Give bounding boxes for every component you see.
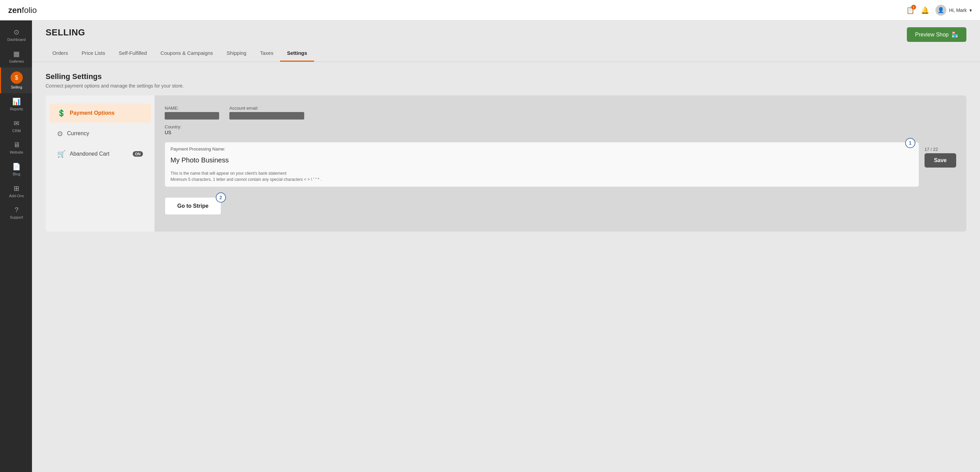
user-menu[interactable]: 👤 Hi, Mark ▾ [935,5,972,16]
website-icon: 🖥 [13,141,20,149]
payment-options-icon: 💲 [57,109,66,117]
content-scroll: Selling Settings Connect payment options… [32,62,980,472]
info-row-name-email: NAME: Account email: [165,105,956,120]
tabs-bar: Orders Price Lists Self-Fulfilled Coupon… [32,45,980,62]
support-icon: ? [14,206,18,214]
reports-icon: 📊 [12,97,21,105]
topnav-right: 📋 1 🔔 👤 Hi, Mark ▾ [906,5,972,16]
go-to-stripe-button[interactable]: Go to Stripe [165,197,221,215]
crm-icon: ✉ [14,119,19,128]
tab-settings[interactable]: Settings [280,45,314,62]
char-save-area: 17 / 22 Save [924,142,956,167]
abandoned-cart-badge: ON [133,151,143,157]
stripe-btn-wrapper: Go to Stripe 2 [165,197,221,215]
step-badge-1: 1 [905,138,915,148]
galleries-icon: ▦ [13,50,20,58]
section-title: Selling Settings [46,72,966,81]
abandoned-cart-icon: 🛒 [57,150,66,158]
preview-shop-button[interactable]: Preview Shop 🏪 [907,27,966,42]
menu-item-currency[interactable]: ⊙ Currency [49,124,151,143]
save-button[interactable]: Save [924,153,956,167]
tab-coupons[interactable]: Coupons & Campaigns [154,45,220,62]
user-greeting: Hi, Mark [949,8,967,13]
name-field: NAME: [165,105,219,120]
addons-icon: ⊞ [14,184,19,192]
menu-item-payment-options[interactable]: 💲 Payment Options [49,104,151,123]
processing-name-input-row [165,151,919,170]
sidebar-item-galleries[interactable]: ▦ Galleries [0,46,32,67]
name-masked-value [165,112,219,120]
dashboard-icon: ⊙ [14,28,19,36]
processing-hint: This is the name that will appear on you… [165,170,919,187]
selling-icon: $ [11,72,23,84]
email-masked-value [229,112,304,120]
country-label: Country: [165,124,181,129]
settings-menu: 💲 Payment Options ⊙ Currency 🛒 Abandoned… [46,96,154,231]
processing-name-label: Payment Processing Name: [170,147,225,151]
processing-name-input[interactable] [170,154,913,166]
sidebar-item-label: Dashboard [8,37,26,41]
hint-line1: This is the name that will appear on you… [170,170,913,176]
settings-layout: 💲 Payment Options ⊙ Currency 🛒 Abandoned… [46,96,966,231]
settings-panel: NAME: Account email: Country: US [154,96,966,231]
tab-self-fulfilled[interactable]: Self-Fulfilled [112,45,154,62]
processing-name-row-outer: Payment Processing Name: This is the nam… [165,142,956,187]
hint-line2: Minimum 5 characters, 1 letter and canno… [170,176,913,183]
email-label: Account email: [229,105,304,111]
avatar: 👤 [935,5,946,16]
blog-icon: 📄 [12,163,21,171]
processing-name-section: Payment Processing Name: This is the nam… [165,142,919,187]
sidebar-item-label: CRM [12,129,21,133]
country-value: US [165,130,956,135]
processing-box-wrapper: Payment Processing Name: This is the nam… [165,142,919,187]
sidebar-item-label: Blog [13,172,20,176]
country-row: Country: US [165,124,956,135]
tab-price-lists[interactable]: Price Lists [75,45,112,62]
dropdown-icon: ▾ [969,8,972,13]
sidebar-item-label: Website [10,150,24,154]
sidebar-item-label: Reports [10,107,23,111]
menu-item-label: Abandoned Cart [70,151,110,157]
processing-name-area: 1 Payment Processing Name: [165,142,956,187]
section-subtitle: Connect payment options and manage the s… [46,83,966,89]
main-layout: ⊙ Dashboard ▦ Galleries $ Selling 📊 Repo… [0,21,980,472]
sidebar-item-label: Selling [11,85,22,89]
menu-item-label: Currency [67,131,89,137]
page-title: SELLING [46,27,85,38]
topnav: zenfolio 📋 1 🔔 👤 Hi, Mark ▾ [0,0,980,21]
sidebar-item-reports[interactable]: 📊 Reports [0,93,32,115]
external-link-icon: 🏪 [951,31,958,38]
tab-taxes[interactable]: Taxes [253,45,280,62]
content-area: SELLING Preview Shop 🏪 Orders Price List… [32,21,980,472]
preview-shop-label: Preview Shop [915,32,949,38]
sidebar-item-website[interactable]: 🖥 Website [0,137,32,158]
payment-info: NAME: Account email: Country: US [165,105,956,135]
sidebar-item-addons[interactable]: ⊞ Add-Ons [0,180,32,202]
sidebar: ⊙ Dashboard ▦ Galleries $ Selling 📊 Repo… [0,21,32,472]
tab-shipping[interactable]: Shipping [220,45,253,62]
notification-badge: 1 [911,5,916,10]
sidebar-item-dashboard[interactable]: ⊙ Dashboard [0,24,32,46]
sidebar-item-blog[interactable]: 📄 Blog [0,158,32,180]
step-badge-2: 2 [216,192,226,203]
sidebar-item-support[interactable]: ? Support [0,202,32,223]
char-count: 17 / 22 [924,142,938,152]
name-label: NAME: [165,105,219,111]
notifications-icon[interactable]: 📋 1 [906,6,915,14]
processing-name-header: Payment Processing Name: [165,142,919,151]
sidebar-item-label: Add-Ons [9,194,24,198]
menu-item-abandoned-cart[interactable]: 🛒 Abandoned Cart ON [49,144,151,163]
sidebar-item-label: Support [10,215,23,219]
currency-icon: ⊙ [57,129,63,137]
tab-orders[interactable]: Orders [46,45,75,62]
sidebar-item-crm[interactable]: ✉ CRM [0,115,32,137]
menu-item-label: Payment Options [70,110,115,116]
sidebar-item-label: Galleries [9,59,24,63]
logo: zenfolio [8,5,37,15]
email-field: Account email: [229,105,304,120]
bell-icon[interactable]: 🔔 [921,6,929,14]
page-header: SELLING Preview Shop 🏪 [32,21,980,42]
sidebar-item-selling[interactable]: $ Selling [0,67,32,93]
